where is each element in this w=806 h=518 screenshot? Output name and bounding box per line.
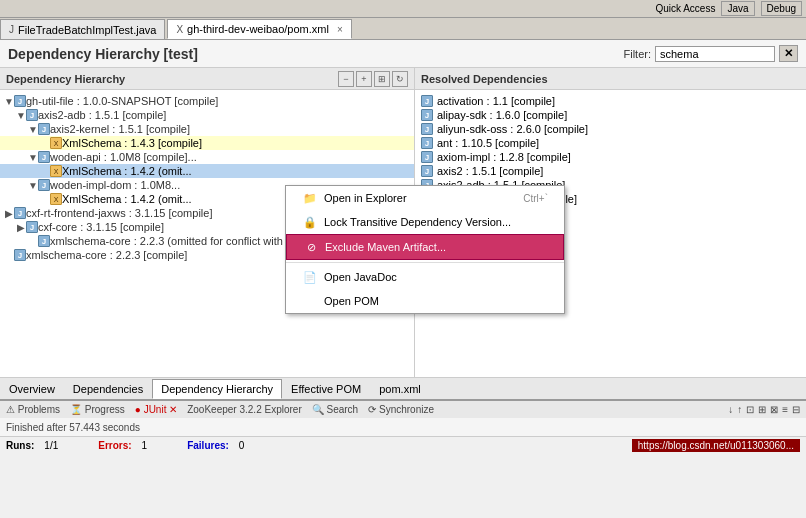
- tree-label: xmlschema-core : 2.2.3 (omitted for conf…: [50, 235, 310, 247]
- resolved-label: alipay-sdk : 1.6.0 [compile]: [437, 109, 567, 121]
- nav-btn[interactable]: ⊟: [792, 404, 800, 415]
- tree-toggle[interactable]: ▼: [16, 110, 26, 121]
- errors-label: Errors:: [98, 440, 131, 451]
- context-menu-item-exclude-maven[interactable]: ⊘ Exclude Maven Artifact...: [286, 234, 564, 260]
- tree-item[interactable]: ▼ J gh-util-file : 1.0.0-SNAPSHOT [compi…: [0, 94, 414, 108]
- tree-label: cxf-core : 3.1.15 [compile]: [38, 221, 164, 233]
- tree-label: xmlschema-core : 2.2.3 [compile]: [26, 249, 187, 261]
- context-menu-item-lock-transitive[interactable]: 🔒 Lock Transitive Dependency Version...: [286, 210, 564, 234]
- junit-tab[interactable]: ● JUnit ✕: [135, 404, 177, 415]
- filter-input[interactable]: [655, 46, 775, 62]
- tab-label: Overview: [9, 383, 55, 395]
- context-menu-label: Exclude Maven Artifact...: [325, 241, 547, 253]
- url-bar[interactable]: https://blog.csdn.net/u011303060...: [632, 439, 800, 452]
- tree-toggle[interactable]: ▼: [28, 124, 38, 135]
- left-pane-title: Dependency Hierarchy: [6, 73, 125, 85]
- tree-toggle[interactable]: ▼: [28, 180, 38, 191]
- list-item[interactable]: J alipay-sdk : 1.6.0 [compile]: [415, 108, 806, 122]
- tab-dependencies[interactable]: Dependencies: [64, 379, 152, 399]
- jar-icon: J: [26, 109, 38, 121]
- filter-clear-button[interactable]: ✕: [779, 45, 798, 62]
- tree-toggle[interactable]: ▼: [4, 96, 14, 107]
- jar-icon: J: [14, 249, 26, 261]
- tab-label: pom.xml: [379, 383, 421, 395]
- context-menu-label: Open JavaDoc: [324, 271, 548, 283]
- context-menu-label: Open POM: [324, 295, 548, 307]
- expand-btn[interactable]: +: [356, 71, 372, 87]
- jar-icon: J: [421, 109, 433, 121]
- collapse-btn[interactable]: −: [338, 71, 354, 87]
- jar-icon: J: [26, 221, 38, 233]
- title-bar: Dependency Hierarchy [test] Filter: ✕: [0, 40, 806, 68]
- tree-toggle[interactable]: ▼: [28, 152, 38, 163]
- tab-file1[interactable]: J FileTradeBatchImplTest.java: [0, 19, 165, 39]
- context-menu-label: Open in Explorer: [324, 192, 517, 204]
- search-tab[interactable]: 🔍 Search: [312, 404, 358, 415]
- context-menu-item-open-pom[interactable]: Open POM: [286, 289, 564, 313]
- nav-btn[interactable]: ⊠: [770, 404, 778, 415]
- failures-value: 0: [239, 440, 245, 451]
- context-menu: 📁 Open in Explorer Ctrl+` 🔒 Lock Transit…: [285, 185, 565, 314]
- list-item[interactable]: J activation : 1.1 [compile]: [415, 94, 806, 108]
- resolved-label: ant : 1.10.5 [compile]: [437, 137, 539, 149]
- tree-toggle[interactable]: ▶: [16, 222, 26, 233]
- nav-btn[interactable]: ≡: [782, 404, 788, 415]
- context-menu-item-open-javadoc[interactable]: 📄 Open JavaDoc: [286, 265, 564, 289]
- run-bar: Runs: 1/1 Errors: 1 Failures: 0 https://…: [0, 436, 806, 454]
- explorer-icon: 📁: [302, 190, 318, 206]
- tab-effective-pom[interactable]: Effective POM: [282, 379, 370, 399]
- tab-file1-label: FileTradeBatchImplTest.java: [18, 24, 156, 36]
- tab-bar: J FileTradeBatchImplTest.java X gh-third…: [0, 18, 806, 40]
- refresh-btn[interactable]: ↻: [392, 71, 408, 87]
- list-item[interactable]: J ant : 1.10.5 [compile]: [415, 136, 806, 150]
- jar-icon: J: [38, 123, 50, 135]
- jar-icon: J: [38, 179, 50, 191]
- tab-java-icon: J: [9, 24, 14, 35]
- list-item[interactable]: J axiom-impl : 1.2.8 [compile]: [415, 150, 806, 164]
- resolved-label: axis2 : 1.5.1 [compile]: [437, 165, 543, 177]
- tree-item-xmlschema-142-selected[interactable]: X XmlSchema : 1.4.2 (omit...: [0, 164, 414, 178]
- shortcut-label: Ctrl+`: [523, 193, 548, 204]
- tab-xml-icon: X: [176, 24, 183, 35]
- debug-button[interactable]: Debug: [761, 1, 802, 16]
- nav-btn[interactable]: ⊞: [758, 404, 766, 415]
- zookeeper-tab[interactable]: ZooKeeper 3.2.2 Explorer: [187, 404, 302, 415]
- message-bar: Finished after 57.443 seconds: [0, 418, 806, 436]
- tab-pom[interactable]: X gh-third-dev-weibao/pom.xml ×: [167, 19, 351, 39]
- tab-label: Dependency Hierarchy: [161, 383, 273, 395]
- quick-access-label: Quick Access: [655, 3, 715, 14]
- progress-tab[interactable]: ⏳ Progress: [70, 404, 125, 415]
- right-pane-title: Resolved Dependencies: [421, 73, 548, 85]
- right-pane-header: Resolved Dependencies: [415, 68, 806, 90]
- tab-close-icon[interactable]: ×: [337, 24, 343, 35]
- tree-label: gh-util-file : 1.0.0-SNAPSHOT [compile]: [26, 95, 218, 107]
- sort-btn[interactable]: ⊞: [374, 71, 390, 87]
- xml-icon: X: [50, 193, 62, 205]
- tree-item-xmlschema-143[interactable]: X XmlSchema : 1.4.3 [compile]: [0, 136, 414, 150]
- list-item[interactable]: J axis2 : 1.5.1 [compile]: [415, 164, 806, 178]
- jar-icon: J: [38, 151, 50, 163]
- problems-tab[interactable]: ⚠ Problems: [6, 404, 60, 415]
- jar-icon: J: [421, 95, 433, 107]
- tree-toggle[interactable]: ▶: [4, 208, 14, 219]
- tree-label: XmlSchema : 1.4.2 (omit...: [62, 193, 192, 205]
- tab-label: Effective POM: [291, 383, 361, 395]
- nav-btn[interactable]: ↓: [728, 404, 733, 415]
- tab-dependency-hierarchy[interactable]: Dependency Hierarchy: [152, 379, 282, 399]
- java-button[interactable]: Java: [721, 1, 754, 16]
- tab-pomxml[interactable]: pom.xml: [370, 379, 430, 399]
- tab-overview[interactable]: Overview: [0, 379, 64, 399]
- tree-item[interactable]: ▼ J axis2-adb : 1.5.1 [compile]: [0, 108, 414, 122]
- resolved-label: aliyun-sdk-oss : 2.6.0 [compile]: [437, 123, 588, 135]
- synchronize-tab[interactable]: ⟳ Synchronize: [368, 404, 434, 415]
- nav-btn[interactable]: ↑: [737, 404, 742, 415]
- tree-item[interactable]: ▼ J woden-api : 1.0M8 [compile]...: [0, 150, 414, 164]
- jar-icon: J: [421, 123, 433, 135]
- context-menu-item-open-explorer[interactable]: 📁 Open in Explorer Ctrl+`: [286, 186, 564, 210]
- tab-pom-label: gh-third-dev-weibao/pom.xml: [187, 23, 329, 35]
- nav-btn[interactable]: ⊡: [746, 404, 754, 415]
- failures-label: Failures:: [187, 440, 229, 451]
- tree-item[interactable]: ▼ J axis2-kernel : 1.5.1 [compile]: [0, 122, 414, 136]
- context-menu-separator: [286, 262, 564, 263]
- list-item[interactable]: J aliyun-sdk-oss : 2.6.0 [compile]: [415, 122, 806, 136]
